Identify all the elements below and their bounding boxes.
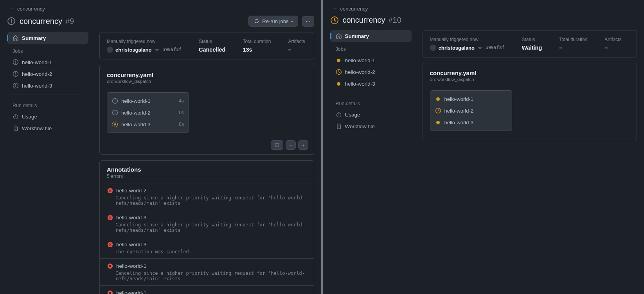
- cancelled-icon: [112, 98, 118, 104]
- stopwatch-icon: [336, 111, 342, 118]
- page-title: concurrency#10: [343, 16, 401, 25]
- running-icon: [435, 108, 441, 114]
- duration-label: Total duration: [243, 39, 271, 44]
- annotations-panel: Annotations 5 errors hello-world-2 Cance…: [99, 160, 314, 294]
- cancelled-icon: [112, 109, 118, 116]
- sidebar-job[interactable]: hello-world-2: [330, 66, 412, 78]
- sidebar-workflow-file[interactable]: Workflow file: [7, 122, 88, 134]
- summary-panel: Manually triggered now christosgalano a9…: [99, 32, 314, 59]
- job-node[interactable]: hello-world-3 8s: [107, 118, 189, 130]
- trigger-label: Manually triggered now: [107, 39, 182, 44]
- status-value: Cancelled: [199, 47, 226, 53]
- artifacts-value: –: [288, 47, 305, 53]
- sidebar-job[interactable]: hello-world-1: [330, 54, 412, 66]
- annotations-title: Annotations: [107, 166, 307, 173]
- sync-icon: [254, 18, 260, 24]
- back-arrow-icon[interactable]: ←: [333, 5, 338, 12]
- home-icon: [13, 35, 19, 41]
- page-title: concurrency#9: [20, 17, 74, 26]
- avatar: [430, 45, 436, 51]
- annotations-count: 5 errors: [107, 174, 307, 179]
- cancelled-icon: [13, 59, 19, 65]
- fullscreen-button[interactable]: [271, 140, 283, 150]
- back-arrow-icon[interactable]: ←: [9, 5, 15, 12]
- sidebar-job[interactable]: hello-world-2: [7, 68, 88, 80]
- workflow-graph-panel: concurreny.yaml on: workflow_dispatch he…: [423, 63, 637, 141]
- actor-link[interactable]: christosgalano: [115, 47, 151, 53]
- workflow-graph-panel: concurreny.yaml on: workflow_dispatch he…: [99, 65, 314, 155]
- artifacts-label: Artifacts: [288, 39, 305, 44]
- annotation-row[interactable]: hello-world-1 Canceling since a higher p…: [100, 258, 314, 285]
- workflow-trigger: on: workflow_dispatch: [107, 79, 307, 84]
- more-actions-button[interactable]: ⋯: [302, 16, 314, 27]
- zoom-out-button[interactable]: −: [286, 140, 296, 150]
- annotation-row[interactable]: hello-world-1 The operation was canceled…: [100, 285, 314, 294]
- job-node[interactable]: hello-world-2: [430, 105, 512, 117]
- stopwatch-icon: [13, 113, 19, 120]
- workflow-file-name: concurreny.yaml: [107, 72, 307, 78]
- annotation-row[interactable]: hello-world-2 Canceling since a higher p…: [100, 183, 314, 210]
- trigger-label: Manually triggered now: [430, 37, 505, 42]
- sidebar-usage[interactable]: Usage: [330, 109, 412, 120]
- sidebar-workflow-file[interactable]: Workflow file: [330, 120, 412, 132]
- error-icon: [107, 214, 113, 220]
- summary-panel: Manually triggered now christosgalano a9…: [423, 30, 637, 57]
- job-node[interactable]: hello-world-2 0s: [107, 107, 189, 118]
- error-icon: [107, 290, 113, 294]
- queued-icon: [336, 57, 342, 63]
- status-cancelled-icon: [7, 17, 16, 25]
- breadcrumb: ← concurrency: [7, 5, 314, 16]
- status-label: Status: [522, 37, 542, 42]
- status-waiting-icon: [330, 16, 339, 25]
- cancelled-icon: [13, 82, 19, 89]
- zoom-in-button[interactable]: +: [298, 140, 308, 150]
- commit-icon: [477, 45, 483, 51]
- sidebar-job[interactable]: hello-world-3: [330, 78, 412, 90]
- annotation-row[interactable]: hello-world-3 The operation was canceled…: [100, 237, 314, 258]
- queued-icon: [435, 119, 441, 125]
- duration-label: Total duration: [559, 37, 587, 42]
- error-icon: [107, 263, 113, 269]
- workflow-trigger: on: workflow_dispatch: [430, 77, 630, 82]
- commit-icon: [154, 47, 160, 53]
- cancelled-icon: [13, 71, 19, 77]
- rerun-jobs-button[interactable]: Re-run jobs ▾: [248, 16, 298, 27]
- actor-link[interactable]: christosgalano: [439, 45, 475, 51]
- avatar: [107, 47, 113, 53]
- job-node[interactable]: hello-world-1: [430, 93, 512, 105]
- kebab-icon: ⋯: [306, 18, 311, 24]
- sidebar-summary[interactable]: Summary: [7, 32, 88, 44]
- sidebar-jobs-heading: Jobs: [7, 44, 88, 56]
- status-label: Status: [199, 39, 226, 44]
- sidebar-jobs-heading: Jobs: [330, 42, 412, 54]
- duration-value: 13s: [243, 47, 271, 53]
- commit-sha[interactable]: a955f3f: [162, 47, 181, 52]
- artifacts-value: –: [604, 45, 621, 51]
- commit-sha[interactable]: a955f3f: [486, 45, 504, 50]
- queued-icon: [336, 81, 342, 87]
- job-graph-box: hello-world-1 4s hello-world-2 0s hello-…: [107, 92, 189, 133]
- status-value: Waiting: [522, 45, 542, 51]
- error-icon: [107, 241, 113, 247]
- sidebar-usage[interactable]: Usage: [7, 111, 88, 122]
- duration-value: –: [559, 45, 587, 51]
- chevron-down-icon: ▾: [291, 19, 293, 23]
- sidebar-job[interactable]: hello-world-3: [7, 80, 88, 91]
- breadcrumb-link[interactable]: concurrency: [340, 6, 368, 12]
- annotation-row[interactable]: hello-world-3 Canceling since a higher p…: [100, 210, 314, 237]
- job-graph-box: hello-world-1 hello-world-2 hello-world-…: [430, 90, 512, 131]
- running-icon: [112, 121, 118, 127]
- job-node[interactable]: hello-world-3: [430, 117, 512, 128]
- sidebar-job[interactable]: hello-world-1: [7, 56, 88, 68]
- job-node[interactable]: hello-world-1 4s: [107, 95, 189, 107]
- breadcrumb: ← concurrency: [330, 5, 637, 16]
- sidebar-rundetails-heading: Run details: [7, 98, 88, 111]
- file-icon: [336, 123, 342, 129]
- running-icon: [336, 69, 342, 75]
- error-icon: [107, 187, 113, 194]
- file-icon: [13, 125, 19, 131]
- workflow-file-name: concurreny.yaml: [430, 70, 630, 76]
- breadcrumb-link[interactable]: concurrency: [17, 6, 45, 12]
- sidebar-rundetails-heading: Run details: [330, 96, 412, 109]
- sidebar-summary[interactable]: Summary: [330, 30, 412, 42]
